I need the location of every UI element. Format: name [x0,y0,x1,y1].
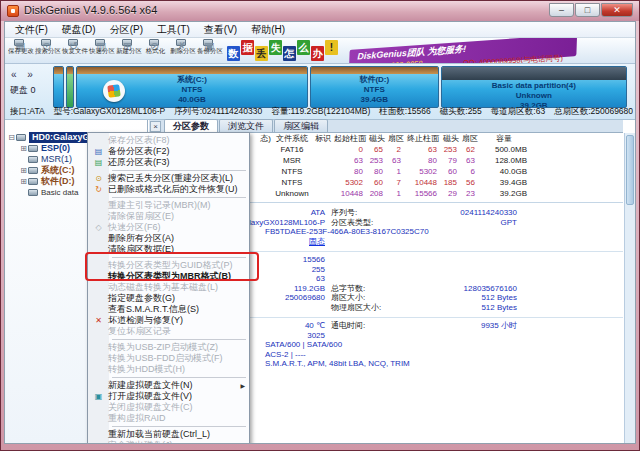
context-menu-item[interactable]: 安全弹出磁盘(J) ▶ [88,440,249,444]
context-menu-item[interactable]: 新建虚拟硬盘文件(N) ▶ [88,380,249,391]
menu-item[interactable]: 查看(V) [197,22,244,37]
ad-tile[interactable]: 丢 [255,46,268,61]
context-menu-item[interactable]: ◇ 快速分区(F6) ▶ [88,222,249,233]
detail-label: 通电时间: [331,321,443,331]
context-menu-item[interactable]: 指定硬盘参数(G) ▶ [88,293,249,304]
expand-icon[interactable]: ⊞ [19,166,28,175]
context-menu-item-label: 转换分区表类型为MBR格式(B) [108,271,240,282]
menu-item[interactable]: 分区(P) [103,22,150,37]
ad-tile[interactable]: 数 [227,46,240,61]
minimize-button[interactable]: – [549,3,574,17]
detail-value-right [443,237,517,247]
disk-status-item: 每道扇区数:63 [491,106,545,118]
toolbar-icon: ▥ [95,39,105,46]
context-menu-item[interactable]: 转换分区表类型为GUID格式(P) ▶ [88,260,249,271]
partition-cap [77,67,307,74]
context-menu-item-label: 转换为USB-FDD启动模式(F) [108,353,240,364]
disk-status-item: 柱面数:15566 [379,106,431,118]
partition-bar: 系统(C:) NTFS 40.0GB 软件(D:) NTFS 39.4GB [53,66,627,108]
detail-label [331,274,443,284]
menu-item[interactable]: 工具(T) [150,22,197,37]
expand-icon[interactable]: ⊞ [19,144,28,153]
context-menu-item[interactable]: 重构虚拟RAID ▶ [88,413,249,424]
ad-tile[interactable]: 么 [297,40,310,55]
table-row[interactable]: NTFS 80 801 530260 640.0GB [245,166,623,177]
context-menu-item-label: 保存分区表(F8) [108,135,240,146]
toolbar-button[interactable]: ▣ 备份分区 [196,39,223,63]
close-button[interactable]: ✕ [601,3,633,17]
menu-item[interactable]: 帮助(H) [244,22,292,37]
disk-nav-arrows[interactable]: « » [11,69,37,80]
partition-block[interactable] [53,66,64,108]
detail-value-right: 128035676160 [443,284,517,294]
tab[interactable]: 扇区编辑 [274,119,328,132]
vertical-scrollbar[interactable] [624,133,635,443]
context-menu-item[interactable]: 查看S.M.A.R.T.信息(S) ▶ [88,304,249,315]
ad-tile[interactable]: 办 [311,46,324,61]
column-header: 容量 [479,133,529,144]
table-row[interactable]: FAT16 0 652 63253 62500.0MB [245,144,623,155]
table-row[interactable]: MSR 63 25363 8079 63128.0MB [245,155,623,166]
expand-icon[interactable]: ⊞ [19,177,28,186]
context-menu-item[interactable]: 动态磁盘转换为基本磁盘(L) ▶ [88,282,249,293]
context-menu-icon: ◇ [89,222,108,233]
menu-item[interactable]: 文件(F) [8,22,55,37]
context-menu-item[interactable]: 清除扇区数据(E) ▶ [88,244,249,255]
context-menu-item[interactable]: 转换为USB-FDD启动模式(F) ▶ [88,353,249,364]
context-menu-item[interactable]: 复位坏扇区记录 ▶ [88,326,249,337]
toolbar-button[interactable]: ⊞ 新建分区 [115,39,142,63]
context-menu-item[interactable]: ↻ 已删除或格式化后的文件恢复(U) ▶ [88,184,249,195]
context-menu-item[interactable]: ▣ 打开虚拟硬盘文件(V) ▶ [88,391,249,402]
toolbar-button[interactable]: ✗ 删除分区 [169,39,196,63]
detail-label: 序列号: [331,208,443,218]
context-menu-icon: ↻ [89,184,108,195]
toolbar-icon: ▦ [14,39,24,46]
detail-value-right [460,340,534,350]
partition-block[interactable]: 软件(D:) NTFS 39.4GB [310,66,439,108]
context-menu-item[interactable]: ▤ 还原分区表(F3) ▶ [88,157,249,168]
detail-label [416,359,528,369]
partition-block[interactable]: 系统(C:) NTFS 40.0GB [76,66,308,108]
expand-icon[interactable]: ⊟ [7,133,16,142]
tab[interactable]: 浏览文件 [219,119,273,132]
partition-name: Basic data partition(4) [442,81,626,91]
toolbar-button[interactable]: ↺ 恢复文件 [61,39,88,63]
column-header: 扇区 [461,133,479,144]
maximize-button[interactable]: □ [575,3,600,17]
table-row[interactable]: Unknown 10448 2081 1556629 2339.2GB [245,188,623,199]
ad-tile[interactable]: 据 [241,40,254,55]
context-menu-item[interactable]: ⊙ 搜索已丢失分区(重建分区表)(L) ▶ [88,173,249,184]
titlebar: DiskGenius V4.9.6.564 x64 – □ ✕ [1,1,639,21]
tab[interactable]: 分区参数 [164,119,218,132]
toolbar-button[interactable]: ▦ 保存更改 [7,39,34,63]
toolbar-button[interactable]: ⊙ 搜索分区 [34,39,61,63]
detail-value-right: 512 Bytes [443,303,517,313]
ad-tile[interactable]: ! [325,40,338,55]
toolbar-button[interactable]: ▥ 快速分区 [88,39,115,63]
context-menu-item[interactable]: 转换为HDD模式(H) ▶ [88,364,249,375]
partition-block[interactable] [66,66,74,108]
panel-close-icon[interactable]: × [150,121,161,132]
toolbar-button[interactable]: ⊘ 格式化 [142,39,169,63]
context-menu-item[interactable]: 重新加载当前硬盘(Ctrl_L) ▶ [88,429,249,440]
context-menu-item[interactable]: 保存分区表(F8) ▶ [88,135,249,146]
context-menu-item[interactable]: ✕ 坏道检测与修复(Y) ▶ [88,315,249,326]
window-title: DiskGenius V4.9.6.564 x64 [24,4,157,16]
disk-icon [28,145,38,152]
menubar: 文件(F)硬盘(D)分区(P)工具(T)查看(V)帮助(H) [5,22,635,38]
scrollbar-thumb[interactable] [626,135,634,205]
context-menu-item[interactable]: ▤ 备份分区表(F2) ▶ [88,146,249,157]
context-menu-item[interactable]: 转换为USB-ZIP启动模式(Z) ▶ [88,342,249,353]
context-menu-item[interactable]: 重建主引导记录(MBR)(M) ▶ [88,200,249,211]
menu-item[interactable]: 硬盘(D) [55,22,103,37]
table-row[interactable]: NTFS 5302 607 10448185 5639.4GB [245,177,623,188]
context-menu-item[interactable]: 转换分区表类型为MBR格式(B) ▶ [88,271,249,282]
context-menu-item[interactable]: 删除所有分区(A) ▶ [88,233,249,244]
tree-item-label: 系统(C:) [41,165,75,176]
partition-block[interactable]: Basic data partition(4) Unknown 39.2GB [441,66,627,108]
ad-tile[interactable]: 怎 [283,46,296,61]
context-menu-item[interactable]: 关闭虚拟硬盘文件(C) ▶ [88,402,249,413]
context-menu-item[interactable]: 清除保留扇区(E) ▶ [88,211,249,222]
detail-label: 总字节数: [331,284,443,294]
ad-tile[interactable]: 失 [269,40,282,55]
